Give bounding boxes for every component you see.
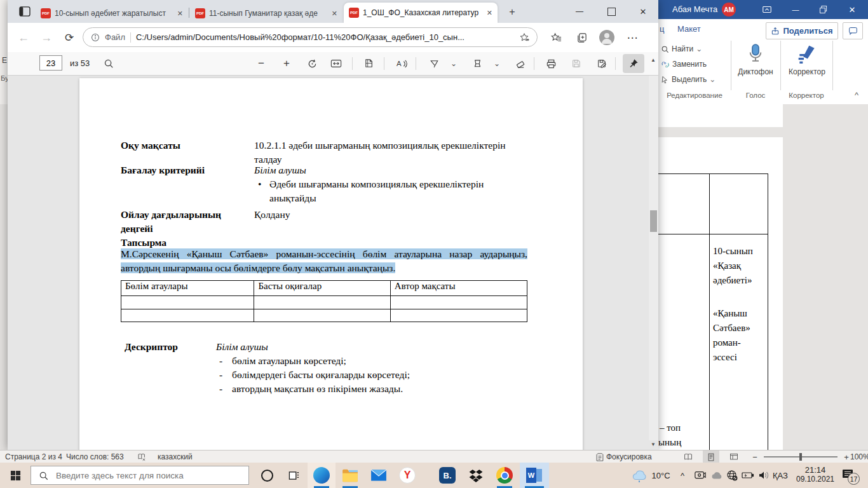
ribbon-tab-layout[interactable]: Макет [677, 24, 701, 34]
mail-icon [370, 468, 387, 483]
tab-1[interactable]: PDF 10-сынып әдебиет жаратылыст ✕ [36, 4, 188, 23]
scrollbar-up-arrow[interactable]: ▲ [648, 55, 658, 65]
collections-button[interactable] [572, 29, 591, 46]
pdf-file-icon: PDF [195, 8, 205, 18]
word-close-button[interactable]: ✕ [844, 3, 860, 17]
account-avatar[interactable]: AM [722, 3, 736, 17]
taskbar-yandex[interactable]: Y [393, 463, 421, 488]
rotate-button[interactable] [304, 56, 320, 71]
pdf-scrollbar-thumb[interactable] [650, 210, 657, 232]
browser-minimize-button[interactable]: — [567, 4, 592, 19]
cortana-icon [261, 470, 273, 482]
select-label: Выделить [672, 75, 707, 84]
save-as-button[interactable] [593, 56, 610, 71]
refresh-button[interactable]: ⟳ [60, 29, 79, 46]
zoom-out-status-button[interactable]: − [750, 452, 760, 462]
profile-button[interactable] [597, 28, 616, 47]
share-button[interactable]: Поделиться [766, 22, 838, 39]
draw-button[interactable] [426, 56, 442, 71]
word-restore-button[interactable] [816, 3, 831, 17]
zoom-slider-thumb[interactable] [799, 453, 802, 461]
start-button[interactable] [0, 463, 31, 488]
read-mode-button[interactable] [680, 451, 696, 463]
proofing-errors-icon[interactable] [136, 452, 147, 462]
favorites-button[interactable] [546, 29, 566, 46]
comments-button[interactable] [843, 22, 863, 39]
zoom-in-button[interactable]: + [278, 56, 295, 71]
word-doc-title: Абая Мечта [672, 4, 717, 14]
page-number-input[interactable] [39, 55, 62, 71]
weather-widget[interactable]: 10°C [627, 463, 675, 488]
cortana-button[interactable] [254, 463, 280, 488]
browser-close-button[interactable]: ✕ [630, 4, 656, 19]
task-text: М.Сәрсекенің «Қаныш Сәтбаев» романын-эсс… [121, 247, 527, 275]
pdf-search-button[interactable] [100, 56, 117, 71]
zoom-out-button[interactable]: − [253, 56, 269, 71]
ribbon-display-options-button[interactable] [760, 4, 774, 15]
select-button[interactable]: Выделить ⌄ [661, 74, 715, 85]
taskbar-search-box[interactable] [31, 466, 249, 485]
tab-title: 10-сынып әдебиет жаратылыст [55, 9, 173, 18]
add-favorite-icon[interactable] [519, 32, 529, 43]
tab-close-icon[interactable]: ✕ [177, 10, 183, 18]
meet-now-icon[interactable] [693, 463, 708, 488]
zoom-level-label[interactable]: 100% [850, 452, 868, 461]
back-button[interactable]: ← [14, 29, 33, 46]
word-minimize-button[interactable]: — [788, 3, 803, 17]
goal-value: 10.2.1.1 әдеби шығарманың композициялық … [254, 139, 506, 152]
pin-toolbar-button[interactable] [623, 54, 644, 73]
table-border [658, 234, 768, 234]
clock[interactable]: 21:14 09.10.2021 [793, 465, 837, 484]
highlight-options-chevron[interactable]: ⌄ [491, 56, 503, 71]
taskbar-edge[interactable] [308, 463, 336, 488]
tab-actions-button[interactable] [18, 5, 32, 18]
address-bar[interactable]: Файл C:/Users/admin/Documents/Новый%20фо… [83, 27, 538, 47]
info-icon[interactable] [91, 33, 100, 42]
tab-close-icon[interactable]: ✕ [487, 9, 492, 17]
volume-icon[interactable] [756, 463, 771, 488]
focus-mode-button[interactable]: Фокусировка [596, 452, 652, 462]
taskbar-mail[interactable] [365, 463, 393, 488]
find-button[interactable]: Найти ⌄ [661, 43, 702, 55]
forward-button[interactable]: → [37, 29, 56, 46]
tab-3-active[interactable]: PDF 1_ОШ_ФО_Казахская литератур ✕ [344, 3, 498, 23]
onedrive-icon[interactable] [709, 463, 724, 488]
status-language[interactable]: казахский [158, 452, 193, 461]
language-indicator[interactable]: ҚАЗ [773, 471, 788, 480]
print-layout-button[interactable] [703, 451, 719, 463]
tab-2[interactable]: PDF 11-сынып Гуманитар қазақ әде ✕ [190, 4, 342, 23]
task-view-button[interactable] [281, 463, 306, 488]
status-page-count[interactable]: Страница 2 из 4 [5, 452, 62, 461]
replace-icon: bc [661, 60, 670, 69]
search-input[interactable] [55, 470, 235, 481]
collapse-ribbon-button[interactable]: ^ [849, 89, 864, 100]
tab-close-icon[interactable]: ✕ [332, 10, 337, 18]
read-aloud-button[interactable]: A [393, 56, 410, 71]
taskbar-word[interactable]: W [520, 463, 549, 488]
taskbar-explorer[interactable] [336, 463, 364, 488]
replace-button[interactable]: bc Заменить [661, 58, 707, 70]
battery-icon[interactable] [740, 463, 756, 488]
corrector-button[interactable]: Корректор [783, 39, 831, 80]
web-layout-button[interactable] [726, 451, 742, 463]
browser-maximize-button[interactable] [599, 4, 624, 19]
network-icon[interactable] [724, 463, 740, 488]
fit-width-button[interactable] [328, 56, 344, 71]
highlight-button[interactable] [469, 56, 485, 71]
taskbar-booking[interactable]: B. [433, 463, 461, 488]
scrollbar-down-arrow[interactable]: ▼ [648, 439, 658, 449]
new-tab-button[interactable]: + [505, 5, 520, 19]
table-cell [121, 296, 254, 309]
erase-button[interactable] [512, 56, 529, 71]
status-word-count[interactable]: Число слов: 563 [66, 452, 124, 461]
dictaphone-button[interactable]: Диктофон [733, 39, 778, 80]
page-view-button[interactable] [361, 56, 377, 71]
pdf-scrollbar-track[interactable] [649, 76, 658, 440]
taskbar-dropbox[interactable] [462, 463, 490, 488]
read-aloud-icon: A [396, 58, 408, 69]
taskbar-chrome[interactable] [491, 463, 519, 488]
draw-options-chevron[interactable]: ⌄ [447, 56, 460, 71]
show-hidden-icons-button[interactable]: ^ [676, 468, 689, 483]
print-button[interactable] [543, 56, 559, 71]
browser-menu-button[interactable]: ⋯ [623, 29, 642, 46]
